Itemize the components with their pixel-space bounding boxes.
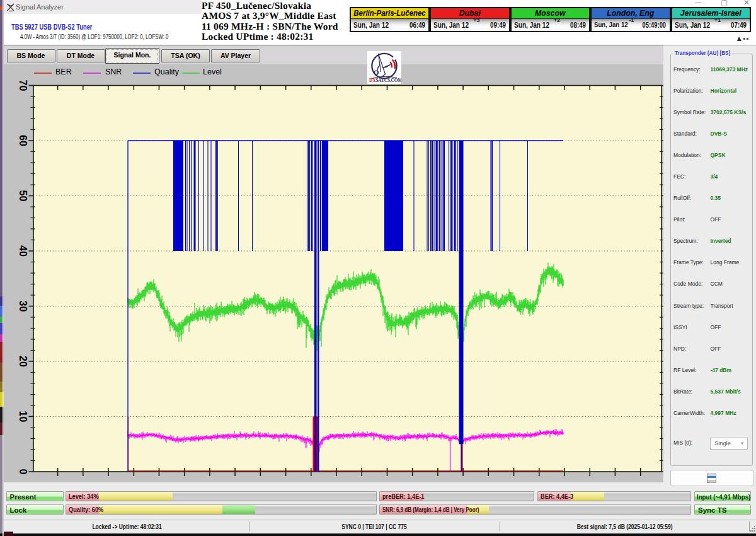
svg-text:10: 10 <box>18 411 28 422</box>
svg-text:50: 50 <box>18 190 28 201</box>
svg-text:30: 30 <box>18 300 28 312</box>
svg-text:70: 70 <box>18 79 28 91</box>
svg-text:DXSATCS.COM: DXSATCS.COM <box>369 78 401 83</box>
svg-text:60: 60 <box>18 135 28 146</box>
svg-text:0: 0 <box>18 469 28 474</box>
svg-text:40: 40 <box>18 245 28 257</box>
svg-text:20: 20 <box>18 356 28 367</box>
